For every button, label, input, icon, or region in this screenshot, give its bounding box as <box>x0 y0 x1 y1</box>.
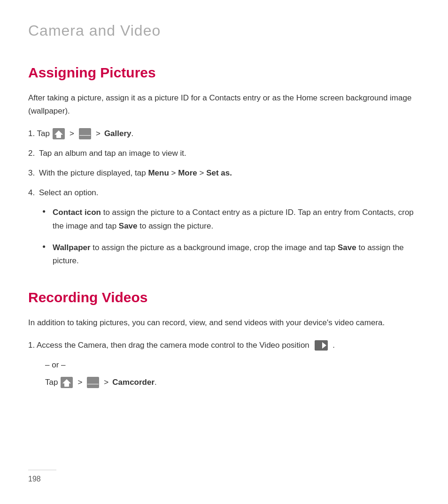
page-footer: 198 <box>28 470 56 485</box>
video-icon <box>315 340 328 351</box>
section2-step1: 1. Access the Camera, then drag the came… <box>28 339 420 352</box>
section-assigning-pictures: Assigning Pictures After taking a pictur… <box>28 61 420 267</box>
section2-description: In addition to taking pictures, you can … <box>28 316 420 329</box>
section1-title: Assigning Pictures <box>28 61 420 84</box>
section1-description: After taking a picture, assign it as a p… <box>28 92 420 118</box>
step-1-number: 1. Tap <box>28 127 50 140</box>
step-4-number: 4. <box>28 186 37 199</box>
home-icon <box>53 128 65 139</box>
step-2: 2. Tap an album and tap an image to view… <box>28 147 420 160</box>
bullet-list: Contact icon to assign the picture to a … <box>42 206 420 267</box>
page-number: 198 <box>28 475 41 483</box>
step-4-text: Select an option. <box>39 186 420 199</box>
grid-icon <box>79 128 91 139</box>
bullet1-text: to assign the picture to a Contact entry… <box>53 208 414 230</box>
page-title: Camera and Video <box>28 19 420 43</box>
section2-step1-text: 1. Access the Camera, then drag the came… <box>28 339 420 352</box>
section2-title: Recording Videos <box>28 286 420 309</box>
section2-step1-period: . <box>332 341 335 350</box>
step-1: 1. Tap > > Gallery. <box>28 127 420 140</box>
grid-icon-2 <box>87 377 99 388</box>
or-separator: – or – <box>45 359 420 371</box>
step1-arrow2: > <box>96 127 100 140</box>
step1-arrow1: > <box>70 127 74 140</box>
tap-arrow2: > <box>104 376 108 389</box>
tap-label: Tap <box>45 376 58 389</box>
bullet-item-wallpaper: Wallpaper to assign the picture as a bac… <box>42 241 420 267</box>
section-recording-videos: Recording Videos In addition to taking p… <box>28 286 420 389</box>
bullet2-text: to assign the picture as a background im… <box>53 243 404 265</box>
step-3-number: 3. <box>28 167 37 180</box>
step-2-text: Tap an album and tap an image to view it… <box>39 147 420 160</box>
step-3: 3. With the picture displayed, tap Menu … <box>28 167 420 180</box>
section2-step1-before: 1. Access the Camera, then drag the came… <box>28 341 309 350</box>
step-2-number: 2. <box>28 147 37 160</box>
step1-gallery: Gallery. <box>104 127 133 140</box>
bullet2-bold: Wallpaper <box>53 243 91 252</box>
tap-line: Tap > > Camcorder. <box>45 376 420 389</box>
tap-after: Camcorder. <box>112 376 157 389</box>
step-3-text: With the picture displayed, tap Menu > M… <box>39 167 420 180</box>
home-icon-2 <box>61 377 73 388</box>
tap-arrow1: > <box>77 376 82 389</box>
step-4: 4. Select an option. <box>28 186 420 199</box>
bullet-item-contact: Contact icon to assign the picture to a … <box>42 206 420 232</box>
bullet1-bold: Contact icon <box>53 208 101 217</box>
